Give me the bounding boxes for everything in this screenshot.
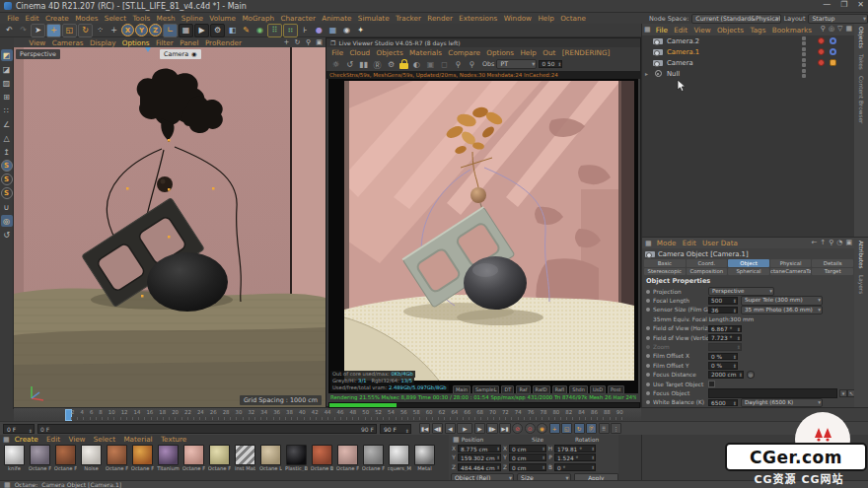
om-menu-bookmarks[interactable]: Bookmarks [769,26,816,35]
lv-material-ball-icon[interactable]: ◐ [411,59,422,70]
lv-pick-focus-icon[interactable]: ⚲ [453,59,464,70]
visibility-dot-bottom[interactable] [802,74,806,78]
tab-composition[interactable]: Composition [687,268,728,276]
render-image-area[interactable]: Out of core used/max: 0Kb/4Gb Greyb/Hi: … [328,79,638,393]
visibility-dot-top[interactable] [802,58,806,62]
om-menu-edit[interactable]: Edit [671,26,690,35]
visibility-dot-top[interactable] [802,36,806,40]
om-menu-view[interactable]: View [690,26,713,35]
material-swatch[interactable] [132,445,153,465]
object-row-camera-2[interactable]: Camera.2 [642,35,855,46]
object-row-null[interactable]: ▸Null [642,68,855,79]
lv-pick-material-icon[interactable]: ⚲ [467,59,477,70]
size-x-input[interactable]: 0 cm [509,445,546,453]
rotate-tool-icon[interactable]: ↻ [78,24,93,37]
side-tab-objects[interactable]: Objects [858,27,864,48]
render-picture-viewer-icon[interactable]: ▶ [194,24,209,37]
frame-range-slider[interactable]: 0 F 90 F [37,424,377,434]
material-7[interactable]: Octane F [181,445,206,471]
material-5[interactable]: Octane F [130,445,155,471]
lv-film-region-icon[interactable]: ◻ [439,59,450,70]
autokey-button[interactable]: ⊙ [525,423,536,434]
axis-x-lock-icon[interactable]: X [121,24,134,36]
tab-details[interactable]: Details [812,259,853,267]
mograph-icon[interactable]: ◉ [253,25,266,36]
orange-tag-icon[interactable] [830,59,836,66]
move-tool-icon[interactable]: + [46,24,61,37]
anim-dot-icon[interactable] [646,336,650,340]
attr-menu-user-data[interactable]: User Data [699,239,741,247]
visibility-dots[interactable] [802,58,810,67]
pass-rafd[interactable]: RafD [533,385,550,394]
film-offset-x-input[interactable]: 0 % [708,353,738,361]
object-name[interactable]: Camera.1 [664,48,802,56]
anim-dot-icon[interactable] [646,383,650,386]
make-editable-icon[interactable]: ◩ [1,49,13,61]
menu-item-modes[interactable]: Modes [72,14,102,23]
node-space-select[interactable]: Current (Standard&Physical) [691,14,780,24]
workplane-mode-icon[interactable]: ⊞ [1,91,13,103]
material-16[interactable]: Metal [412,445,437,471]
menu-item-character[interactable]: Character [277,14,319,23]
play-button[interactable]: ▶ [457,423,472,434]
sensor-size-input[interactable]: 36 [708,307,738,314]
points-mode-icon[interactable]: ∷ [1,105,13,116]
material-swatch[interactable] [30,445,50,465]
material-8[interactable]: Octane F [207,445,232,471]
fov-vertical-input[interactable]: 7.723 ° [708,334,742,342]
menu-item-extensions[interactable]: Extensions [456,14,500,23]
scale-tool-icon[interactable]: ◱ [62,24,77,37]
edges-mode-icon[interactable]: ∠ [1,118,13,130]
material-6[interactable]: Titanium [156,445,181,471]
current-frame-input[interactable]: 0 F [3,424,35,434]
position-x-input[interactable]: 8.775 cm [458,445,501,453]
pass-raf[interactable]: Raf [516,385,530,394]
live-viewer-titlebar[interactable]: ❐ Live Viewer Studio V4.05-R7 (8 days le… [326,38,640,47]
pass-post[interactable]: Post [608,385,623,394]
material-10[interactable]: Octane L [258,445,283,471]
anim-dot-icon[interactable] [646,364,650,368]
material-menu-view[interactable]: View [65,435,88,444]
lv-menu-objects[interactable]: Objects [373,48,406,57]
pass-dt[interactable]: DT [501,385,514,394]
expander-icon[interactable]: ▸ [645,70,652,77]
key-rotation-button[interactable]: ↻ [574,423,585,434]
menu-item-tracker[interactable]: Tracker [393,14,424,23]
red-tag-icon[interactable] [818,59,825,66]
vp-zoom-icon[interactable]: ⚲ [304,37,313,46]
om-menu-file[interactable]: File [653,26,671,35]
anim-dot-icon[interactable] [646,391,650,395]
visibility-dot-bottom[interactable] [802,41,806,45]
pass-shdn[interactable]: Shdn [569,385,588,394]
side-tab-takes[interactable]: Takes [858,54,864,70]
menu-item-edit[interactable]: Edit [22,14,41,23]
viewport-canvas[interactable]: Perspective Camera◉ Grid Spacing : 1000 … [14,47,326,409]
lv-menu-materials[interactable]: Materials [406,48,445,57]
lv-refresh-icon[interactable]: ↺ [344,59,355,70]
tab-physical[interactable]: Physical [770,259,812,267]
side-tab-content-browser[interactable]: Content Browser [858,76,864,123]
goto-end-button[interactable]: ▶▮ [499,423,510,434]
visibility-dots[interactable] [802,69,810,78]
last-tool-icon[interactable]: ⁘ [94,25,107,36]
object-name[interactable]: Camera.2 [664,37,802,45]
attr-lock-icon[interactable]: ▣ [845,239,852,246]
tab-basic[interactable]: Basic [644,259,686,267]
lv-menu-cloud[interactable]: Cloud [346,48,373,57]
material-2[interactable]: Octane F [53,445,78,471]
key-scale-button[interactable]: ◱ [561,423,572,434]
material-0[interactable]: knife [2,445,27,471]
object-row-camera[interactable]: Camera [642,57,855,68]
om-menu-objects[interactable]: Objects [714,26,748,35]
material-swatch[interactable] [389,445,409,465]
menu-item-animate[interactable]: Animate [319,14,355,23]
visibility-dot-top[interactable] [802,47,806,51]
viewport-menu-cameras[interactable]: Cameras [48,38,86,47]
focus-distance-input[interactable]: 2000 cm [708,371,744,379]
menu-item-mesh[interactable]: Mesh [153,14,178,23]
lv-menu-out[interactable]: Out [540,48,558,57]
snap-grid-icon[interactable]: S [1,187,13,199]
rotation-b-input[interactable]: 0 ° [554,463,596,471]
anim-dot-icon[interactable] [646,400,650,404]
axis-mode-icon[interactable]: ↥ [1,146,13,158]
